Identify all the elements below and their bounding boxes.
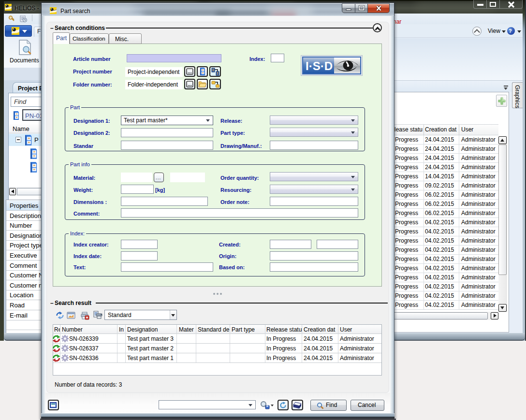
svg-text:I·S·D: I·S·D: [306, 59, 333, 72]
